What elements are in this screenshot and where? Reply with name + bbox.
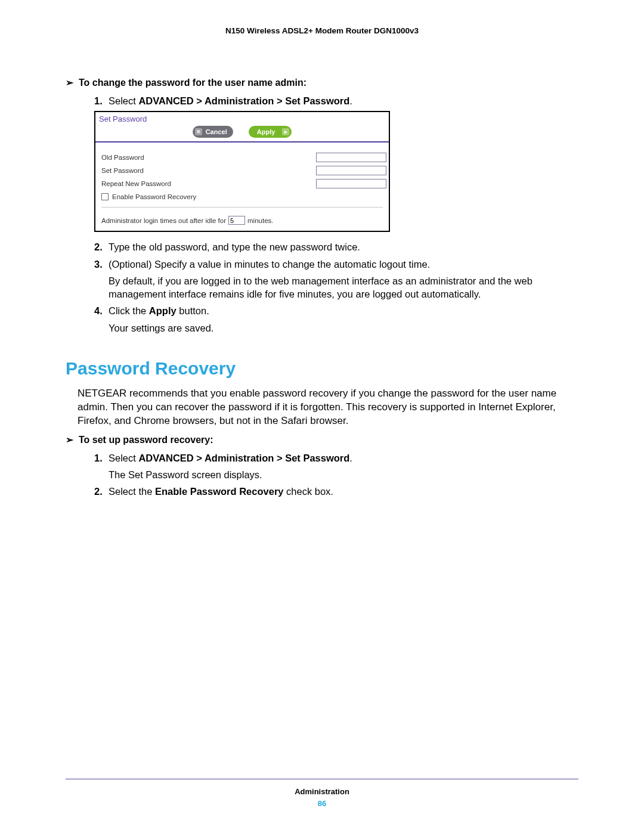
old-password-field[interactable]	[316, 153, 386, 162]
timeout-field[interactable]	[228, 216, 245, 225]
chevron-right-icon: ▸	[282, 128, 289, 135]
timeout-post: minutes.	[247, 217, 273, 224]
recovery-paragraph: NETGEAR recommends that you enable passw…	[78, 387, 578, 428]
procedure-heading-2-text: To set up password recovery:	[79, 435, 213, 445]
triangle-right-icon: ➢	[66, 77, 79, 88]
bold: Apply	[149, 305, 177, 316]
router-screenshot: Set Password ✕ Cancel Apply ▸ Old Passwo…	[94, 111, 578, 232]
t: .	[349, 95, 352, 106]
t: Select	[109, 95, 138, 106]
footer-rule	[66, 779, 578, 780]
old-password-row: Old Password	[101, 151, 383, 164]
triangle-right-icon: ➢	[66, 434, 79, 445]
section-heading-password-recovery: Password Recovery	[66, 358, 578, 379]
step-cont: Your settings are saved.	[109, 321, 578, 335]
apply-label: Apply	[257, 128, 275, 135]
set-password-field[interactable]	[316, 166, 386, 175]
timeout-pre: Administrator login times out after idle…	[101, 217, 226, 224]
step-number: 2.	[94, 485, 109, 498]
document-page: N150 Wireless ADSL2+ Modem Router DGN100…	[0, 0, 644, 833]
step-text: Select ADVANCED > Administration > Set P…	[109, 95, 352, 106]
step-1: 1.Select ADVANCED > Administration > Set…	[94, 94, 578, 107]
set-password-panel: Set Password ✕ Cancel Apply ▸ Old Passwo…	[94, 111, 390, 232]
apply-button[interactable]: Apply ▸	[249, 126, 292, 138]
procedure-heading-1: ➢To change the password for the user nam…	[66, 77, 578, 88]
bold: Enable Password Recovery	[155, 486, 284, 497]
close-icon: ✕	[195, 128, 202, 135]
footer-section: Administration	[0, 787, 644, 796]
cancel-label: Cancel	[206, 128, 227, 135]
old-password-label: Old Password	[101, 154, 316, 161]
step-2: 2.Select the Enable Password Recovery ch…	[94, 485, 578, 498]
step-text: Select the Enable Password Recovery chec…	[109, 486, 333, 497]
repeat-password-label: Repeat New Password	[101, 180, 316, 187]
step-cont: By default, if you are logged in to the …	[109, 274, 578, 301]
step-text: Type the old password, and type the new …	[109, 241, 360, 252]
enable-recovery-row: Enable Password Recovery	[101, 190, 383, 203]
procedure-heading-1-text: To change the password for the user name…	[79, 78, 306, 88]
step-text: Select ADVANCED > Administration > Set P…	[109, 453, 352, 463]
repeat-password-field[interactable]	[316, 179, 386, 188]
set-password-row: Set Password	[101, 164, 383, 177]
t: Select the	[109, 486, 155, 497]
step-number: 2.	[94, 240, 109, 253]
t: Select	[109, 453, 138, 463]
page-number: 86	[0, 799, 644, 808]
step-number: 4.	[94, 304, 109, 317]
panel-button-row: ✕ Cancel Apply ▸	[95, 125, 389, 141]
divider	[95, 141, 389, 143]
bold-path: ADVANCED > Administration > Set Password	[138, 453, 349, 463]
divider	[101, 207, 383, 208]
enable-recovery-checkbox[interactable]	[101, 193, 109, 200]
steps-list-1: 1.Select ADVANCED > Administration > Set…	[94, 94, 578, 107]
repeat-password-row: Repeat New Password	[101, 177, 383, 190]
panel-title: Set Password	[95, 112, 389, 125]
step-number: 1.	[94, 94, 109, 107]
doc-title: N150 Wireless ADSL2+ Modem Router DGN100…	[66, 26, 578, 35]
bold-path: ADVANCED > Administration > Set Password	[138, 95, 349, 106]
step-1: 1.Select ADVANCED > Administration > Set…	[94, 451, 578, 482]
t: button.	[177, 305, 209, 316]
steps-list-1-cont: 2.Type the old password, and type the ne…	[94, 240, 578, 335]
procedure-heading-2: ➢To set up password recovery:	[66, 434, 578, 445]
step-4: 4.Click the Apply button. Your settings …	[94, 304, 578, 335]
set-password-label: Set Password	[101, 167, 316, 174]
step-2: 2.Type the old password, and type the ne…	[94, 240, 578, 253]
cancel-button[interactable]: ✕ Cancel	[193, 126, 233, 138]
step-text: Click the Apply button.	[109, 305, 209, 316]
step-number: 1.	[94, 451, 109, 465]
step-text: (Optional) Specify a value in minutes to…	[109, 259, 430, 270]
steps-list-2: 1.Select ADVANCED > Administration > Set…	[94, 451, 578, 498]
step-number: 3.	[94, 258, 109, 271]
step-cont: The Set Password screen displays.	[109, 468, 578, 481]
timeout-row: Administrator login times out after idle…	[95, 216, 389, 231]
password-form: Old Password Set Password Repeat New Pas…	[95, 148, 389, 216]
t: Click the	[109, 305, 149, 316]
t: check box.	[283, 486, 333, 497]
t: .	[349, 453, 352, 463]
step-3: 3.(Optional) Specify a value in minutes …	[94, 258, 578, 301]
enable-recovery-label: Enable Password Recovery	[112, 193, 196, 200]
